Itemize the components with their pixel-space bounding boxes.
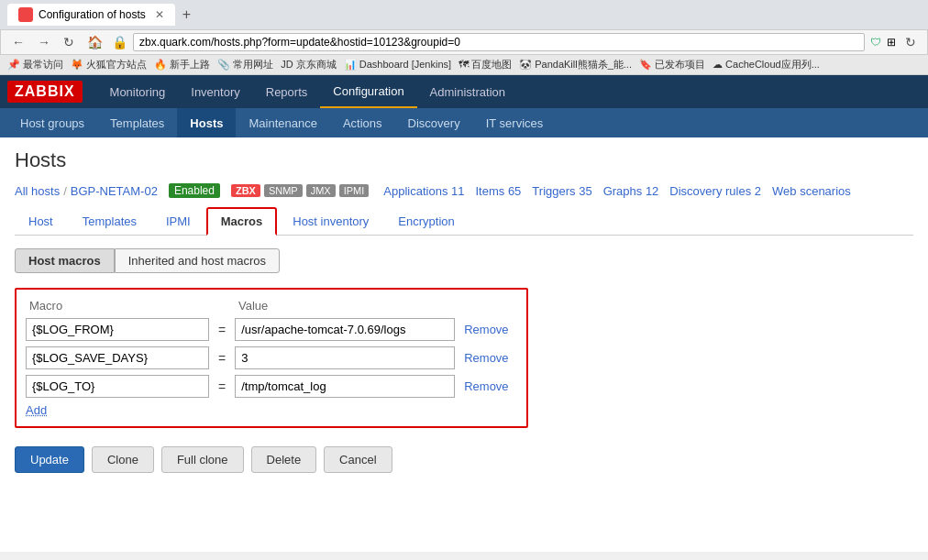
- remove-link-1[interactable]: Remove: [464, 323, 508, 336]
- tab-favicon: [18, 7, 33, 22]
- bookmarks-bar: 📌 最常访问 🦊 火狐官方站点 🔥 新手上路 📎 常用网址 JD 京东商城 📊 …: [0, 55, 928, 75]
- tab-encryption[interactable]: Encryption: [384, 208, 468, 234]
- bookmark-item[interactable]: 📌 最常访问: [7, 58, 63, 71]
- breadcrumb-sep: /: [63, 184, 67, 198]
- bookmark-published[interactable]: 🔖 已发布项目: [639, 58, 705, 71]
- home-button[interactable]: 🏠: [83, 33, 106, 51]
- nav-monitoring[interactable]: Monitoring: [97, 75, 179, 108]
- sub-tabs: Host Templates IPMI Macros Host inventor…: [15, 207, 913, 236]
- tab-templates[interactable]: Templates: [69, 208, 150, 234]
- equals-sign-2: =: [213, 351, 231, 366]
- macro-section: Macro Value = Remove = Remove =: [15, 288, 528, 428]
- bookmark-panda[interactable]: 🐼 PandaKill熊猫杀_能...: [519, 58, 632, 71]
- nav-discovery[interactable]: Discovery: [395, 108, 473, 137]
- macro-name-input-1[interactable]: [26, 318, 209, 341]
- cancel-button[interactable]: Cancel: [324, 446, 392, 473]
- enabled-badge: Enabled: [169, 183, 220, 198]
- macro-value-input-3[interactable]: [235, 375, 455, 398]
- add-macro-link[interactable]: Add: [26, 403, 517, 417]
- snmp-badge: SNMP: [264, 184, 303, 197]
- applications-link[interactable]: Applications 11: [383, 184, 464, 198]
- tab-close-button[interactable]: ✕: [155, 8, 164, 21]
- shield-check-icon: 🛡: [870, 36, 881, 49]
- new-tab-button[interactable]: +: [182, 6, 191, 23]
- nav-maintenance[interactable]: Maintenance: [236, 108, 329, 137]
- bookmark-newbie[interactable]: 🔥 新手上路: [154, 58, 210, 71]
- browser-bar: Configuration of hosts ✕ +: [0, 0, 928, 29]
- tab-title: Configuration of hosts: [39, 8, 146, 21]
- zbx-badge: ZBX: [231, 184, 260, 197]
- page-reload-button[interactable]: ↻: [901, 33, 920, 51]
- tab-macros[interactable]: Macros: [206, 207, 278, 236]
- security-icon: 🔒: [112, 35, 127, 49]
- macro-value-input-2[interactable]: [235, 346, 455, 369]
- update-button[interactable]: Update: [15, 446, 84, 473]
- bookmark-baidu[interactable]: 🗺 百度地图: [458, 58, 512, 71]
- tab-host-inventory[interactable]: Host inventory: [279, 208, 382, 234]
- page-content: Hosts All hosts / BGP-NETAM-02 Enabled Z…: [0, 137, 928, 484]
- macro-col-header: Macro: [26, 299, 209, 313]
- breadcrumb: All hosts / BGP-NETAM-02 Enabled ZBX SNM…: [15, 183, 913, 198]
- delete-button[interactable]: Delete: [251, 446, 317, 473]
- forward-button[interactable]: →: [34, 33, 54, 51]
- triggers-link[interactable]: Triggers 35: [532, 184, 591, 198]
- nav-host-groups[interactable]: Host groups: [7, 108, 97, 137]
- action-buttons: Update Clone Full clone Delete Cancel: [15, 446, 913, 473]
- nav-actions[interactable]: Actions: [330, 108, 395, 137]
- macro-row: = Remove: [26, 346, 517, 369]
- inherited-macros-button[interactable]: Inherited and host macros: [115, 248, 280, 273]
- macro-button-group: Host macros Inherited and host macros: [15, 248, 913, 273]
- host-links: Applications 11 Items 65 Triggers 35 Gra…: [383, 184, 850, 198]
- macro-name-input-2[interactable]: [26, 346, 209, 369]
- page-title: Hosts: [15, 148, 913, 172]
- zabbix-logo: ZABBIX: [7, 81, 83, 103]
- ipmi-badge: IPMI: [339, 184, 370, 197]
- host-macros-button[interactable]: Host macros: [15, 248, 115, 273]
- bookmark-jd[interactable]: JD 京东商城: [281, 58, 337, 71]
- jmx-badge: JMX: [306, 184, 336, 197]
- top-navigation: ZABBIX Monitoring Inventory Reports Conf…: [0, 75, 928, 108]
- back-button[interactable]: ←: [8, 33, 28, 51]
- nav-configuration[interactable]: Configuration: [320, 75, 416, 108]
- all-hosts-link[interactable]: All hosts: [15, 184, 60, 198]
- equals-sign-3: =: [213, 379, 231, 394]
- nav-hosts[interactable]: Hosts: [177, 108, 236, 137]
- tab-host[interactable]: Host: [15, 208, 67, 234]
- macro-row: = Remove: [26, 375, 517, 398]
- nav-administration[interactable]: Administration: [417, 75, 518, 108]
- nav-inventory[interactable]: Inventory: [178, 75, 252, 108]
- browser-tab: Configuration of hosts ✕: [7, 4, 175, 26]
- equals-sign-1: =: [213, 323, 231, 337]
- full-clone-button[interactable]: Full clone: [161, 446, 244, 473]
- graphs-link[interactable]: Graphs 12: [603, 184, 659, 198]
- address-input[interactable]: [133, 33, 865, 51]
- discovery-rules-link[interactable]: Discovery rules 2: [669, 184, 761, 198]
- nav-reports[interactable]: Reports: [253, 75, 321, 108]
- bookmark-cache[interactable]: ☁ CacheCloud应用列...: [713, 58, 820, 71]
- macro-value-input-1[interactable]: [235, 318, 455, 341]
- host-link[interactable]: BGP-NETAM-02: [71, 184, 158, 198]
- items-link[interactable]: Items 65: [476, 184, 522, 198]
- bookmark-dashboard[interactable]: 📊 Dashboard [Jenkins]: [344, 59, 451, 71]
- tab-ipmi[interactable]: IPMI: [152, 208, 204, 234]
- web-scenarios-link[interactable]: Web scenarios: [772, 184, 851, 198]
- bookmark-firefox[interactable]: 🦊 火狐官方站点: [71, 58, 147, 71]
- refresh-button[interactable]: ↻: [60, 33, 78, 51]
- remove-link-3[interactable]: Remove: [464, 379, 508, 393]
- bookmark-common[interactable]: 📎 常用网址: [217, 58, 273, 71]
- macro-name-input-3[interactable]: [26, 375, 209, 398]
- app: ZABBIX Monitoring Inventory Reports Conf…: [0, 75, 928, 552]
- remove-link-2[interactable]: Remove: [464, 351, 508, 365]
- nav-it-services[interactable]: IT services: [473, 108, 557, 137]
- grid-icon[interactable]: ⊞: [887, 36, 896, 49]
- nav-templates[interactable]: Templates: [97, 108, 177, 137]
- second-navigation: Host groups Templates Hosts Maintenance …: [0, 108, 928, 137]
- address-bar: ← → ↻ 🏠 🔒 🛡 ⊞ ↻: [0, 29, 928, 55]
- value-col-header: Value: [238, 299, 268, 313]
- macro-table-header: Macro Value: [26, 299, 517, 313]
- clone-button[interactable]: Clone: [92, 446, 154, 473]
- macro-row: = Remove: [26, 318, 517, 341]
